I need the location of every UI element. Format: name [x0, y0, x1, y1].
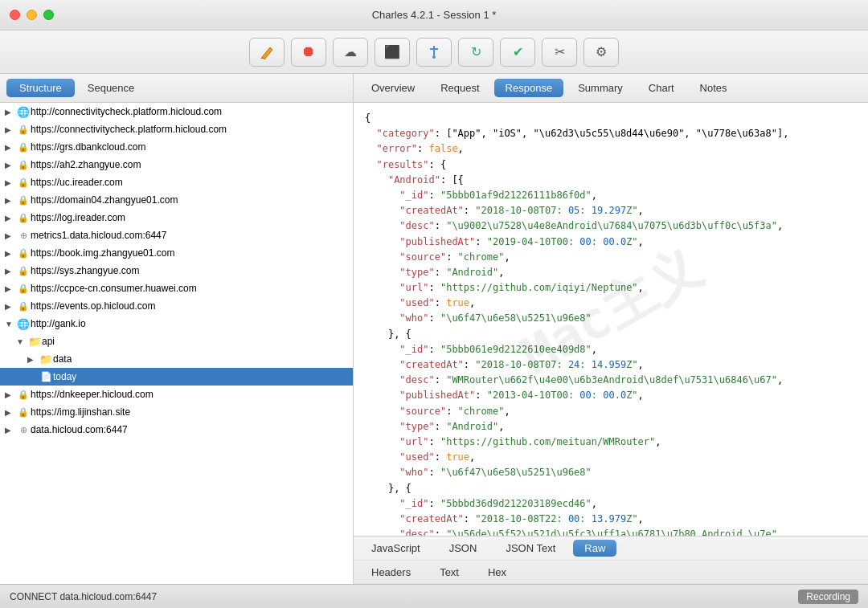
pen-tool-btn[interactable] [249, 38, 285, 67]
window-title: Charles 4.2.1 - Session 1 * [372, 9, 497, 21]
lock-icon: 🔒 [16, 194, 31, 206]
bottom-tab-raw[interactable]: Raw [573, 540, 616, 557]
svg-point-1 [432, 55, 436, 59]
sidebar-item-item8[interactable]: ▶⊕metrics1.data.hicloud.com:6447 [0, 226, 353, 244]
lock-icon: 🔒 [16, 177, 31, 188]
tab-request[interactable]: Request [429, 79, 490, 97]
sidebar-item-item7[interactable]: ▶🔒https://log.ireader.com [0, 209, 353, 226]
dots-icon: ⊕ [16, 424, 31, 435]
chevron-icon: ▼ [16, 337, 27, 346]
lock-icon: 🔒 [16, 212, 31, 223]
bottom-tab-text[interactable]: Text [428, 564, 470, 581]
sidebar-item-label: https://sys.zhangyue.com [31, 265, 139, 276]
lock-icon: 🔒 [16, 159, 31, 170]
lock-icon: 🔒 [16, 406, 31, 418]
bottom-tab-json-text[interactable]: JSON Text [494, 540, 567, 557]
statusbar: CONNECT data.hicloud.com:6447 Recording [0, 584, 868, 608]
dots-icon: ⊕ [16, 230, 31, 241]
sidebar-item-item17[interactable]: ▶🔒https://dnkeeper.hicloud.com [0, 386, 353, 403]
globe-icon: 🌐 [16, 318, 31, 329]
tab-response[interactable]: Response [494, 79, 564, 97]
minimize-button[interactable] [27, 10, 37, 20]
chevron-icon: ▶ [5, 178, 16, 187]
sidebar-item-label: https://domain04.zhangyue01.com [31, 194, 178, 206]
sidebar-item-item6[interactable]: ▶🔒https://domain04.zhangyue01.com [0, 191, 353, 209]
lock-icon: 🔒 [16, 247, 31, 259]
window-controls[interactable] [10, 10, 54, 20]
sidebar-item-label: http://gank.io [31, 318, 86, 329]
sidebar-item-item9[interactable]: ▶🔒https://book.img.zhangyue01.com [0, 244, 353, 262]
sidebar-item-label: https://img.lijinshan.site [31, 406, 130, 418]
check-btn[interactable]: ✔ [500, 38, 535, 67]
sidebar-item-item3[interactable]: ▶🔒https://grs.dbankcloud.com [0, 138, 353, 156]
refresh-btn[interactable]: ↻ [458, 38, 493, 67]
sidebar: Structure Sequence ▶🌐http://connectivity… [0, 74, 354, 584]
content-tab-bar: OverviewRequestResponseSummaryChartNotes [354, 74, 868, 103]
cloud-btn[interactable]: ☁ [333, 38, 368, 67]
lock-icon: 🔒 [16, 389, 31, 400]
recording-badge: Recording [798, 590, 858, 604]
chevron-icon: ▶ [5, 125, 16, 134]
close-button[interactable] [10, 10, 20, 20]
sidebar-item-label: https://grs.dbankcloud.com [31, 141, 145, 153]
sidebar-item-item2[interactable]: ▶🔒https://connectivitycheck.platform.hic… [0, 120, 353, 138]
maximize-button[interactable] [43, 10, 54, 20]
sidebar-item-item14[interactable]: ▼📁api [0, 333, 353, 350]
sidebar-item-label: metrics1.data.hicloud.com:6447 [31, 230, 166, 241]
chevron-icon: ▶ [5, 108, 16, 116]
sidebar-item-item11[interactable]: ▶🔒https://ccpce-cn.consumer.huawei.com [0, 280, 353, 297]
lock-icon: 🔒 [16, 265, 31, 276]
chevron-icon: ▶ [5, 249, 16, 258]
sidebar-item-item4[interactable]: ▶🔒https://ah2.zhangyue.com [0, 156, 353, 173]
chevron-icon: ▶ [5, 284, 16, 293]
folder-icon: 📁 [39, 353, 53, 365]
file-icon: 📄 [39, 371, 53, 382]
bottom-row-1: JavaScriptJSONJSON TextRaw [354, 537, 868, 561]
pin-btn[interactable] [416, 38, 452, 67]
chevron-icon: ▶ [5, 196, 16, 205]
tab-structure[interactable]: Structure [6, 79, 75, 97]
sidebar-item-label: https://log.ireader.com [31, 212, 125, 223]
tab-chart[interactable]: Chart [637, 79, 686, 97]
bottom-tab-javascript[interactable]: JavaScript [360, 540, 432, 557]
sidebar-item-item16[interactable]: 📄today [0, 368, 353, 386]
tab-overview[interactable]: Overview [360, 79, 426, 97]
statusbar-left: CONNECT data.hicloud.com:6447 [10, 591, 157, 602]
sidebar-item-label: data [53, 353, 72, 365]
chevron-icon: ▶ [5, 267, 16, 275]
sidebar-item-label: https://connectivitycheck.platform.hiclo… [31, 124, 227, 135]
record-btn[interactable]: ⏺ [291, 38, 326, 67]
sidebar-item-item12[interactable]: ▶🔒https://events.op.hicloud.com [0, 297, 353, 315]
lock-icon: 🔒 [16, 141, 31, 153]
toolbar: ⏺ ☁ ⬛ ↻ ✔ ✂ ⚙ [0, 31, 868, 74]
stop-btn[interactable]: ⬛ [375, 38, 410, 67]
sidebar-item-label: https://events.op.hicloud.com [31, 300, 155, 312]
json-content: { "category": ["App", "iOS", "\u62d3\u5c… [365, 111, 857, 536]
tab-sequence[interactable]: Sequence [75, 79, 148, 97]
tab-summary[interactable]: Summary [567, 79, 634, 97]
chevron-icon: ▶ [5, 426, 16, 435]
settings-btn[interactable]: ⚙ [583, 38, 619, 67]
bottom-tab-headers[interactable]: Headers [360, 564, 422, 581]
sidebar-item-label: https://ah2.zhangyue.com [31, 159, 141, 170]
sidebar-item-item18[interactable]: ▶🔒https://img.lijinshan.site [0, 403, 353, 421]
sidebar-item-item5[interactable]: ▶🔒https://uc.ireader.com [0, 173, 353, 191]
code-area: Mac主义 { "category": ["App", "iOS", "\u62… [354, 103, 868, 536]
sidebar-item-item10[interactable]: ▶🔒https://sys.zhangyue.com [0, 262, 353, 280]
bottom-row-2: HeadersTextHex [354, 561, 868, 584]
sidebar-item-item13[interactable]: ▼🌐http://gank.io [0, 315, 353, 333]
sidebar-item-label: https://dnkeeper.hicloud.com [31, 389, 154, 400]
lock-icon: 🔒 [16, 124, 31, 135]
tools-btn[interactable]: ✂ [542, 38, 577, 67]
sidebar-item-item1[interactable]: ▶🌐http://connectivitycheck.platform.hicl… [0, 103, 353, 120]
tab-notes[interactable]: Notes [689, 79, 739, 97]
chevron-icon: ▶ [27, 355, 39, 364]
sidebar-item-label: https://book.img.zhangyue01.com [31, 247, 174, 259]
chevron-icon: ▶ [5, 231, 16, 240]
sidebar-item-label: http://connectivitycheck.platform.hiclou… [31, 106, 222, 117]
sidebar-item-item19[interactable]: ▶⊕data.hicloud.com:6447 [0, 421, 353, 439]
bottom-tab-json[interactable]: JSON [438, 540, 489, 557]
chevron-icon: ▶ [5, 302, 16, 311]
bottom-tab-hex[interactable]: Hex [477, 564, 518, 581]
sidebar-item-item15[interactable]: ▶📁data [0, 350, 353, 368]
